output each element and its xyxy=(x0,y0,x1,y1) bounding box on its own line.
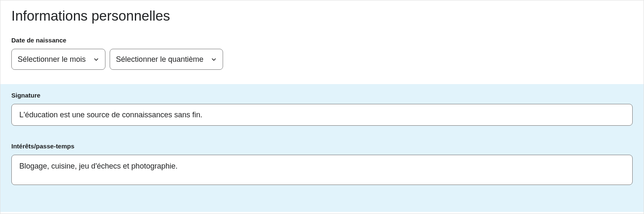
month-select[interactable]: Sélectionner le mois xyxy=(11,49,105,70)
interests-input[interactable] xyxy=(11,155,633,185)
day-select[interactable]: Sélectionner le quantième xyxy=(110,49,223,70)
month-select-value: Sélectionner le mois xyxy=(18,55,86,64)
chevron-down-icon xyxy=(211,56,217,62)
birthdate-select-row: Sélectionner le mois Sélectionner le qua… xyxy=(11,49,633,70)
signature-field-group: Signature xyxy=(11,92,633,126)
page-title: Informations personnelles xyxy=(11,8,633,24)
highlight-section: Signature Intérêts/passe-temps xyxy=(0,84,644,212)
interests-label: Intérêts/passe-temps xyxy=(11,143,633,150)
birthdate-label: Date de naissance xyxy=(11,37,633,44)
chevron-down-icon xyxy=(93,56,99,62)
signature-input[interactable] xyxy=(11,104,633,126)
signature-label: Signature xyxy=(11,92,633,99)
personal-info-panel: Informations personnelles Date de naissa… xyxy=(0,0,644,214)
day-select-value: Sélectionner le quantième xyxy=(116,55,203,64)
interests-field-group: Intérêts/passe-temps xyxy=(11,143,633,187)
birthdate-field-group: Date de naissance Sélectionner le mois S… xyxy=(11,37,633,70)
